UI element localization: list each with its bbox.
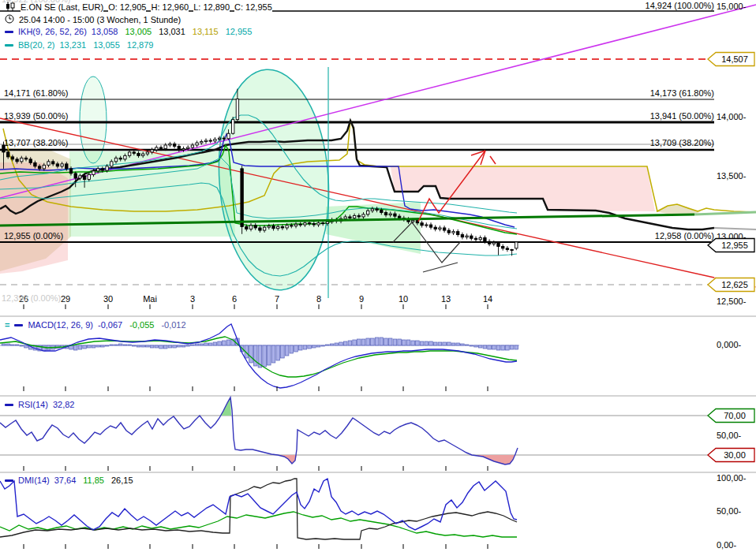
- fib-label-left: 12,955 (0.00%): [4, 231, 63, 241]
- dmi-pane: [0, 479, 517, 539]
- ikh-legend-icon: [5, 31, 13, 33]
- fib-label-right: 14,173 (61.80%): [643, 88, 714, 99]
- legend-value: 13,115: [193, 27, 219, 36]
- legend-value: 13,031: [159, 27, 185, 36]
- fib-label-left: 13,939 (50.00%): [4, 111, 68, 121]
- timeframe-text: 25.04 14:00 - 15:00 (3 Wochen, 1 Stunde): [19, 15, 181, 24]
- x-axis-label: 8: [316, 294, 321, 304]
- rsi-values: 32,82: [53, 400, 82, 409]
- ohlc-high: H: 12,960: [151, 2, 189, 12]
- dmi-values: 37,6411,8526,15: [54, 476, 140, 485]
- ikh-black-ext: [714, 228, 756, 229]
- legend-rsi-row[interactable]: RSI(14) 32,82: [5, 400, 81, 409]
- x-axis-label: 29: [61, 294, 70, 304]
- x-axis-label: 13: [441, 294, 451, 304]
- y-axis-label: 100,00-: [717, 473, 747, 483]
- legend-value: 32,82: [53, 400, 75, 409]
- legend-value: 13,055: [93, 40, 120, 50]
- fib-label-left: 14,171 (61.80%): [4, 88, 68, 99]
- chart-window: 262930Mai3678910131415,000-14,000-13,500…: [0, 0, 756, 552]
- y-axis-label: 50,00-: [717, 506, 742, 516]
- y-axis-label: 13,500-: [717, 171, 747, 181]
- y-axis-label: 50,00-: [717, 431, 742, 440]
- price-tag-value: 12,955: [721, 241, 748, 250]
- legend-value: -0,012: [161, 320, 185, 330]
- x-axis-label: 3: [190, 294, 195, 304]
- legend-value: 13,058: [92, 27, 118, 36]
- main-chart-svg: 262930Mai3678910131415,000-14,000-13,500…: [0, 0, 756, 552]
- price-tag-value: 12,625: [721, 280, 748, 289]
- legend-value: 12,879: [127, 40, 154, 50]
- fib-label-right: 14,924 (100.00%): [643, 1, 714, 11]
- macd-label: MACD(12, 26, 9): [28, 320, 93, 330]
- legend-value: 12,955: [226, 27, 253, 36]
- x-axis-label: 14: [483, 294, 492, 304]
- legend-dmi-row[interactable]: DMI(14) 37,6411,8526,15: [5, 476, 140, 485]
- price-tag-value: 30,00: [724, 450, 746, 460]
- legend-value: 13,005: [125, 27, 152, 36]
- fib-label-faint: 14,922 (100.00%): [2, 0, 70, 5]
- legend-value: 37,64: [54, 476, 77, 485]
- x-axis-label: 7: [275, 294, 279, 304]
- x-axis-label: 30: [103, 294, 113, 304]
- ikh-label: IKH(9, 26, 52, 26): [18, 27, 87, 36]
- x-axis-label: Mai: [143, 294, 157, 304]
- bb-values: 13,23113,05512,879: [59, 40, 160, 50]
- ohlc-open: O: 12,905: [108, 2, 146, 12]
- bb-label: BB(20, 2): [18, 40, 54, 50]
- fib-label-right: 12,958 (0.00%): [643, 231, 714, 241]
- cloud-left-pink: [0, 162, 68, 274]
- y-axis-label: 0,000-: [717, 340, 742, 349]
- legend-value: -0,067: [98, 320, 122, 330]
- macd-pane: [0, 324, 519, 388]
- y-axis-label: 12,500-: [717, 297, 747, 306]
- fib-label-left: 13,707 (38.20%): [4, 138, 68, 148]
- rsi-legend-icon: [5, 404, 13, 406]
- x-axis: 262930Mai36789101314: [19, 294, 492, 549]
- fib-label-faint: 12,392 (0.00%): [2, 293, 61, 304]
- clock-icon: [5, 14, 14, 25]
- ikh-values: 13,05813,00513,03113,11512,955: [92, 27, 259, 36]
- y-axis-label: 15,000-: [717, 2, 747, 11]
- dmi-legend-icon: [5, 479, 13, 482]
- legend-value: -0,055: [129, 320, 154, 330]
- price-tag-value: 14,507: [721, 54, 748, 64]
- macd-values: -0,067-0,055-0,012: [98, 320, 193, 330]
- legend-value: 26,15: [111, 476, 133, 485]
- y-axis-label: 14,000-: [717, 112, 747, 121]
- legend-value: 13,231: [59, 40, 86, 50]
- fib-label-right: 13,709 (38.20%): [643, 138, 714, 148]
- price-tag-value: 70,00: [724, 411, 746, 420]
- bb-legend-icon: [5, 44, 13, 47]
- ohlc-close: C: 12,955: [234, 2, 272, 12]
- x-axis-label: 6: [232, 294, 237, 304]
- x-axis-label: 10: [399, 294, 408, 304]
- x-axis-label: 9: [359, 294, 364, 304]
- rsi-label: RSI(14): [18, 400, 48, 409]
- dmi-label: DMI(14): [18, 476, 50, 485]
- rsi-pane: [0, 397, 714, 464]
- ohlc-low: L: 12,890: [193, 2, 230, 12]
- header-time-row: 25.04 14:00 - 15:00 (3 Wochen, 1 Stunde): [5, 14, 181, 25]
- macd-equals-icon: =: [5, 320, 9, 330]
- macd-legend-icon: [14, 324, 23, 326]
- legend-value: 11,85: [83, 476, 104, 485]
- legend-bb-row[interactable]: BB(20, 2) 13,23113,05512,879: [5, 40, 160, 50]
- legend-ikh-row[interactable]: IKH(9, 26, 52, 26) 13,05813,00513,03113,…: [5, 27, 259, 36]
- y-axis-label: 0,00-: [717, 540, 736, 550]
- fib-label-right: 13,941 (50.00%): [643, 111, 714, 121]
- legend-macd-row[interactable]: = MACD(12, 26, 9) -0,067-0,055-0,012: [5, 320, 193, 330]
